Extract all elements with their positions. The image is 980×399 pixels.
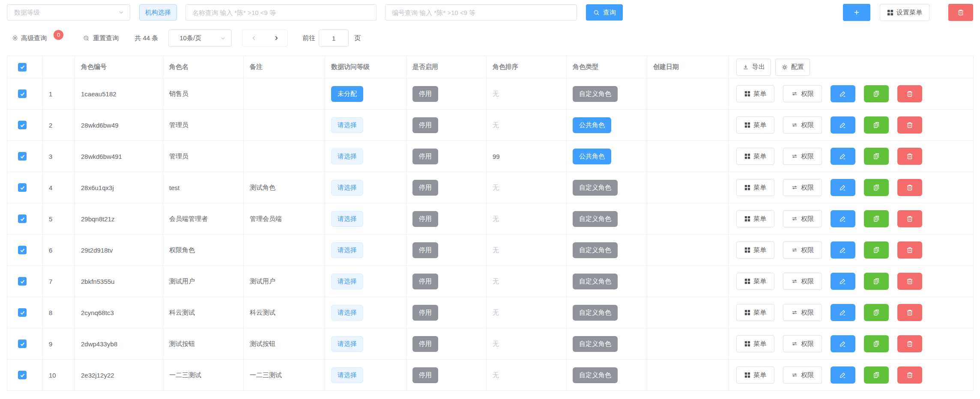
enabled-status-tag[interactable]: 停用: [412, 180, 438, 196]
menu-button[interactable]: 菜单: [736, 210, 774, 227]
permission-button[interactable]: 权限: [783, 335, 822, 352]
delete-button[interactable]: [897, 366, 922, 384]
page-size-select[interactable]: 10条/页: [168, 30, 232, 47]
menu-button[interactable]: 菜单: [736, 179, 774, 196]
delete-button[interactable]: [897, 304, 922, 321]
edit-button[interactable]: [831, 116, 855, 134]
copy-button[interactable]: [864, 335, 889, 352]
permission-button[interactable]: 权限: [783, 241, 822, 259]
data-level-select[interactable]: 数据等级: [7, 4, 130, 21]
goto-page-input[interactable]: [319, 30, 349, 47]
data-access-tag[interactable]: 请选择: [331, 274, 363, 289]
enabled-status-tag[interactable]: 停用: [412, 117, 438, 133]
data-access-tag[interactable]: 请选择: [331, 211, 363, 227]
delete-button[interactable]: [897, 210, 922, 227]
enabled-status-tag[interactable]: 停用: [412, 274, 438, 289]
copy-button[interactable]: [864, 366, 889, 384]
row-checkbox[interactable]: [18, 121, 27, 129]
row-checkbox[interactable]: [18, 308, 27, 317]
enabled-status-tag[interactable]: 停用: [412, 242, 438, 258]
copy-button[interactable]: [864, 148, 889, 165]
row-checkbox[interactable]: [18, 371, 27, 379]
reset-search-button[interactable]: 重置查询: [83, 34, 119, 42]
code-search-input[interactable]: [385, 4, 577, 21]
edit-button[interactable]: [831, 335, 855, 352]
enabled-status-tag[interactable]: 停用: [412, 211, 438, 227]
row-checkbox[interactable]: [18, 214, 27, 223]
select-all-checkbox[interactable]: [18, 63, 27, 71]
row-checkbox[interactable]: [18, 89, 27, 98]
permission-button[interactable]: 权限: [783, 273, 822, 290]
org-select-button[interactable]: 机构选择: [139, 4, 177, 21]
menu-button[interactable]: 菜单: [736, 304, 774, 321]
edit-button[interactable]: [831, 241, 855, 259]
menu-button[interactable]: 菜单: [736, 148, 774, 165]
grid-icon: [744, 372, 750, 378]
permission-button[interactable]: 权限: [783, 366, 822, 384]
copy-button[interactable]: [864, 179, 889, 196]
enabled-status-tag[interactable]: 停用: [412, 367, 438, 383]
permission-button[interactable]: 权限: [783, 85, 822, 102]
copy-button[interactable]: [864, 85, 889, 102]
enabled-status-tag[interactable]: 停用: [412, 149, 438, 164]
delete-selected-button[interactable]: [948, 4, 973, 21]
data-access-tag[interactable]: 请选择: [331, 242, 363, 258]
permission-button[interactable]: 权限: [783, 179, 822, 196]
edit-button[interactable]: [831, 366, 855, 384]
edit-button[interactable]: [831, 179, 855, 196]
edit-button[interactable]: [831, 148, 855, 165]
config-button[interactable]: 配置: [775, 59, 810, 76]
menu-button[interactable]: 菜单: [736, 116, 774, 134]
data-access-tag[interactable]: 未分配: [331, 86, 363, 102]
search-button[interactable]: 查询: [586, 4, 623, 21]
delete-button[interactable]: [897, 116, 922, 134]
row-checkbox[interactable]: [18, 183, 27, 192]
data-access-tag[interactable]: 请选择: [331, 117, 363, 133]
enabled-status-tag[interactable]: 停用: [412, 336, 438, 352]
menu-button[interactable]: 菜单: [736, 273, 774, 290]
next-page-button[interactable]: [265, 35, 288, 42]
delete-button[interactable]: [897, 148, 922, 165]
delete-button[interactable]: [897, 273, 922, 290]
data-access-tag[interactable]: 请选择: [331, 180, 363, 196]
data-access-tag[interactable]: 请选择: [331, 367, 363, 383]
menu-button[interactable]: 菜单: [736, 85, 774, 102]
edit-button[interactable]: [831, 85, 855, 102]
edit-button[interactable]: [831, 273, 855, 290]
row-checkbox[interactable]: [18, 339, 27, 348]
data-access-tag[interactable]: 请选择: [331, 305, 363, 321]
copy-button[interactable]: [864, 210, 889, 227]
permission-button[interactable]: 权限: [783, 304, 822, 321]
row-checkbox[interactable]: [18, 152, 27, 161]
edit-button[interactable]: [831, 210, 855, 227]
export-button[interactable]: 导出: [736, 59, 771, 76]
menu-button[interactable]: 菜单: [736, 241, 774, 259]
permission-button[interactable]: 权限: [783, 210, 822, 227]
table-row: 2 28wkd6bw49 管理员 请选择 停用 无 公共角色 菜单 权限: [7, 110, 974, 141]
name-search-input[interactable]: [185, 4, 376, 21]
copy-button[interactable]: [864, 273, 889, 290]
permission-button[interactable]: 权限: [783, 116, 822, 134]
enabled-status-tag[interactable]: 停用: [412, 305, 438, 321]
delete-button[interactable]: [897, 335, 922, 352]
add-role-button[interactable]: [843, 4, 870, 21]
delete-button[interactable]: [897, 179, 922, 196]
menu-button[interactable]: 菜单: [736, 366, 774, 384]
edit-button[interactable]: [831, 304, 855, 321]
row-actions: 菜单 权限: [736, 116, 973, 134]
data-access-tag[interactable]: 请选择: [331, 336, 363, 352]
enabled-status-tag[interactable]: 停用: [412, 86, 438, 102]
set-menu-button[interactable]: 设置菜单: [880, 4, 929, 21]
delete-button[interactable]: [897, 85, 922, 102]
copy-button[interactable]: [864, 116, 889, 134]
delete-button[interactable]: [897, 241, 922, 259]
data-access-tag[interactable]: 请选择: [331, 149, 363, 164]
menu-button[interactable]: 菜单: [736, 335, 774, 352]
copy-button[interactable]: [864, 304, 889, 321]
advanced-search-button[interactable]: ※ 高级查询 0: [12, 33, 63, 43]
copy-button[interactable]: [864, 241, 889, 259]
row-checkbox[interactable]: [18, 246, 27, 254]
row-checkbox[interactable]: [18, 277, 27, 286]
prev-page-button[interactable]: [242, 35, 265, 42]
permission-button[interactable]: 权限: [783, 148, 822, 165]
